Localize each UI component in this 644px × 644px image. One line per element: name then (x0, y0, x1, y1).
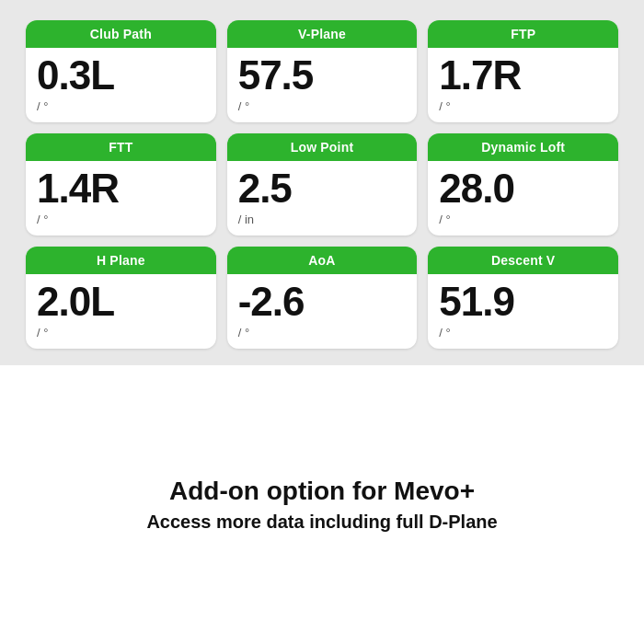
card-unit-ftp: / ° (439, 99, 450, 113)
card-body-aoa: -2.6/ ° (227, 274, 418, 349)
card-value-low-point: 2.5 (238, 168, 292, 209)
card-unit-low-point: / in (238, 213, 254, 226)
card-ftp: FTP1.7R/ ° (428, 20, 618, 122)
card-unit-aoa: / ° (238, 326, 249, 339)
card-value-ftp: 1.7R (439, 55, 521, 96)
card-header-descent-v: Descent V (428, 247, 618, 274)
card-unit-descent-v: / ° (439, 326, 450, 339)
card-value-club-path: 0.3L (37, 55, 114, 96)
metrics-grid: Club Path0.3L/ °V-Plane57.5/ °FTP1.7R/ °… (0, 0, 644, 365)
card-label-low-point: Low Point (291, 140, 354, 155)
card-unit-v-plane: / ° (238, 99, 249, 113)
card-body-dynamic-loft: 28.0/ ° (428, 161, 618, 236)
card-body-h-plane: 2.0L/ ° (26, 274, 216, 349)
card-label-h-plane: H Plane (97, 253, 145, 268)
card-header-ftt: FTT (26, 133, 216, 161)
card-low-point: Low Point2.5/ in (227, 133, 418, 236)
card-label-ftt: FTT (109, 140, 132, 155)
card-value-ftt: 1.4R (37, 168, 119, 209)
card-value-v-plane: 57.5 (238, 55, 314, 96)
card-label-ftp: FTP (511, 27, 535, 41)
promo-section: Add-on option for Mevo+ Access more data… (0, 365, 644, 644)
card-v-plane: V-Plane57.5/ ° (227, 20, 418, 122)
card-label-aoa: AoA (308, 253, 335, 268)
card-body-v-plane: 57.5/ ° (227, 48, 418, 122)
card-club-path: Club Path0.3L/ ° (26, 20, 216, 122)
card-value-descent-v: 51.9 (439, 282, 514, 322)
card-label-descent-v: Descent V (491, 253, 556, 268)
card-value-h-plane: 2.0L (37, 282, 114, 322)
promo-title: Add-on option for Mevo+ (169, 477, 475, 506)
card-unit-dynamic-loft: / ° (439, 213, 450, 226)
card-unit-club-path: / ° (37, 99, 48, 113)
card-descent-v: Descent V51.9/ ° (428, 247, 618, 349)
card-dynamic-loft: Dynamic Loft28.0/ ° (428, 133, 618, 236)
card-h-plane: H Plane2.0L/ ° (26, 247, 216, 349)
card-unit-h-plane: / ° (37, 326, 48, 339)
promo-subtitle: Access more data including full D-Plane (146, 512, 497, 533)
card-header-aoa: AoA (227, 247, 418, 274)
card-header-h-plane: H Plane (26, 247, 216, 274)
card-header-ftp: FTP (428, 20, 618, 48)
card-header-club-path: Club Path (26, 20, 216, 48)
card-body-descent-v: 51.9/ ° (428, 274, 618, 349)
card-label-v-plane: V-Plane (298, 27, 346, 41)
card-body-ftt: 1.4R/ ° (26, 161, 216, 236)
card-label-club-path: Club Path (90, 27, 152, 41)
card-value-dynamic-loft: 28.0 (439, 168, 514, 209)
card-label-dynamic-loft: Dynamic Loft (481, 140, 565, 155)
card-header-v-plane: V-Plane (227, 20, 418, 48)
card-body-low-point: 2.5/ in (227, 161, 418, 236)
card-header-low-point: Low Point (227, 133, 418, 161)
card-body-club-path: 0.3L/ ° (26, 48, 216, 122)
card-unit-ftt: / ° (37, 213, 48, 226)
card-body-ftp: 1.7R/ ° (428, 48, 618, 122)
card-value-aoa: -2.6 (238, 282, 305, 322)
card-header-dynamic-loft: Dynamic Loft (428, 133, 618, 161)
card-ftt: FTT1.4R/ ° (26, 133, 216, 236)
card-aoa: AoA-2.6/ ° (227, 247, 418, 349)
